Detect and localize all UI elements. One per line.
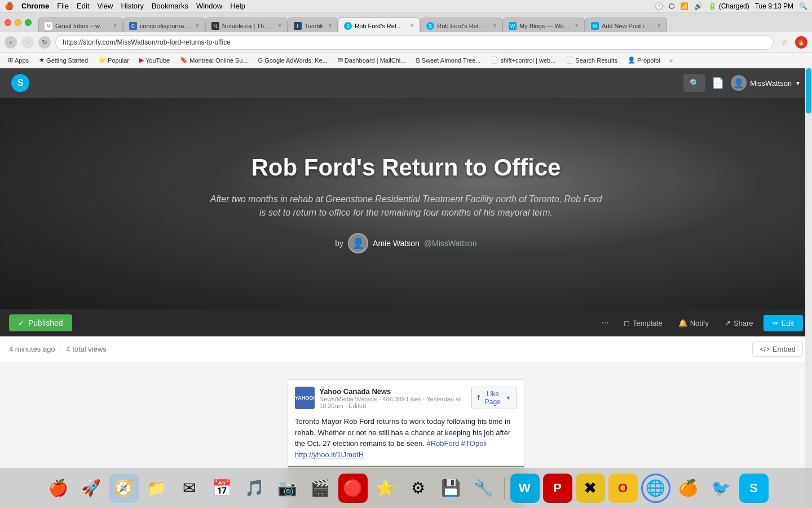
spotlight-icon[interactable]: 🔍 [799, 2, 807, 10]
browser-tab-storify-active[interactable]: S Rob Ford's Return to... × [338, 17, 420, 32]
bookmark-mailchimp[interactable]: ✉ Dashboard | MailChi... [334, 55, 409, 65]
bookmark-adwords[interactable]: G Google AdWords: Ke... [255, 56, 331, 65]
tab-close-storify1[interactable]: × [411, 23, 414, 29]
bookmark-apps[interactable]: ⊞ Apps [5, 55, 32, 65]
dock-photos[interactable]: 📷 [273, 474, 302, 503]
help-menu[interactable]: Help [230, 2, 245, 10]
like-page-button[interactable]: f Like Page ▼ [471, 387, 517, 409]
scrollbar-track[interactable] [805, 68, 812, 508]
maximize-window-button[interactable] [25, 19, 32, 26]
person-icon: 👤 [628, 56, 636, 64]
dock-music[interactable]: 🎵 [240, 474, 270, 503]
share-button[interactable]: ↗ Share [719, 316, 759, 331]
bookmark-youtube[interactable]: ▶ YouTube [136, 55, 173, 65]
bookmark-propofol[interactable]: 👤 Propofol [624, 55, 664, 65]
checkmark-icon: ✓ [18, 318, 25, 327]
browser-tab-storify2[interactable]: S Rob Ford's Return to... × [420, 17, 502, 32]
more-options-button[interactable]: ··· [597, 316, 614, 330]
traffic-lights [5, 19, 32, 26]
browser-tab-tumblr[interactable]: t Tumblr × [288, 17, 338, 32]
bookmark-sweet-almond[interactable]: B Sweet Almond Tree... [412, 56, 484, 65]
edit-menu[interactable]: Edit [77, 2, 89, 10]
tab-close-wp1[interactable]: × [575, 23, 579, 29]
story-title: Rob Ford's Return to Office [209, 154, 603, 181]
window-menu[interactable]: Window [196, 2, 222, 10]
published-button[interactable]: ✓ Published [9, 314, 72, 331]
browser-tab-concordia[interactable]: C concordiajournalism... × [123, 17, 205, 32]
dock-o-app[interactable]: O [608, 474, 638, 503]
view-menu[interactable]: View [97, 2, 113, 10]
wifi-icon: 📶 [680, 2, 689, 10]
bookmark-popular[interactable]: ⭐ Popular [95, 55, 133, 65]
dock-floppy[interactable]: 💾 [436, 474, 466, 503]
tab-close-gmail[interactable]: × [113, 23, 117, 29]
reload-button[interactable]: ↻ [38, 36, 51, 49]
bookmark-getting-started[interactable]: ★ Getting Started [36, 55, 91, 65]
browser-tab-addpost[interactable]: W Add New Post ‹ Amie... × [585, 17, 667, 32]
bookmark-icon: 🔖 [180, 56, 188, 64]
bookmark-search-results[interactable]: 📄 Search Results [562, 55, 621, 65]
dock-tools[interactable]: 🔧 [469, 474, 498, 503]
fb-hashtags[interactable]: #RobFord #TOpoli [426, 439, 487, 448]
dock-p-app[interactable]: P [543, 474, 572, 503]
dock-red-app[interactable]: 🔴 [338, 474, 368, 503]
address-input[interactable] [55, 35, 774, 50]
document-icon-button[interactable]: 📄 [712, 77, 724, 89]
embed-button[interactable]: </> Embed [752, 341, 803, 357]
notify-button[interactable]: 🔔 Notify [673, 316, 714, 331]
dock-chrome[interactable]: 🌐 [641, 474, 670, 503]
edit-button[interactable]: ✏ Edit [764, 315, 803, 331]
dock-video[interactable]: 🎬 [306, 474, 335, 503]
browser-tab-wordpress[interactable]: W My Blogs — WordPre... × [502, 17, 585, 32]
close-window-button[interactable] [5, 19, 11, 26]
more-bookmarks-button[interactable]: » [669, 57, 673, 64]
apple-menu[interactable]: 🍎 [5, 2, 14, 10]
scrollbar-thumb[interactable] [806, 68, 811, 113]
bookmark-star-button[interactable]: ☆ [778, 36, 791, 49]
dock-storify[interactable]: S [739, 474, 769, 503]
yahoo-logo: YAHOO! [295, 387, 315, 409]
user-menu[interactable]: 👤 MissWattson ▼ [731, 75, 801, 91]
address-bar-row: ‹ › ↻ ☆ 🔥 [0, 32, 812, 52]
browser-tab-notable[interactable]: N Notable.ca | The To... × [205, 17, 288, 32]
dock-launchpad[interactable]: 🚀 [77, 474, 106, 503]
template-button[interactable]: ◻ Template [618, 316, 668, 331]
dock-settings[interactable]: ⚙ [404, 474, 433, 503]
author-name: Amie Watson [373, 239, 420, 248]
dock-wordpress[interactable]: W [510, 474, 540, 503]
bookmarks-menu[interactable]: Bookmarks [152, 2, 188, 10]
dock-twitter[interactable]: 🐦 [707, 474, 736, 503]
tab-close-tumblr[interactable]: × [329, 23, 332, 29]
tab-close-storify2[interactable]: × [493, 23, 496, 29]
mac-menubar: 🍎 Chrome File Edit View History Bookmark… [0, 0, 812, 12]
dock-x-app[interactable]: ✖ [576, 474, 605, 503]
fb-article-link[interactable]: http://yhoo.it/1lJmotH [295, 450, 364, 459]
chrome-menu[interactable]: Chrome [21, 2, 49, 10]
tab-close-notable[interactable]: × [278, 23, 281, 29]
dock-calendar[interactable]: 📅 [208, 474, 237, 503]
forward-button[interactable]: › [21, 36, 34, 49]
minimize-window-button[interactable] [15, 19, 21, 26]
dock-vlc[interactable]: 🍊 [674, 474, 703, 503]
bookmark-shiftcontrol[interactable]: 📄 shift+control | web... [487, 55, 559, 65]
dock-finder[interactable]: 🍎 [44, 474, 73, 503]
search-button[interactable]: 🔍 [683, 74, 705, 92]
tab-close-wp2[interactable]: × [657, 23, 661, 29]
popular-icon: ⭐ [98, 56, 106, 64]
username-label: MissWattson [750, 79, 792, 87]
bookmarks-bar: ⊞ Apps ★ Getting Started ⭐ Popular ▶ You… [0, 52, 812, 68]
storify-logo[interactable]: S [11, 74, 29, 92]
back-button[interactable]: ‹ [5, 36, 17, 49]
dock-star-app[interactable]: ⭐ [371, 474, 400, 503]
dock-finder2[interactable]: 📁 [142, 474, 171, 503]
dock-safari[interactable]: 🧭 [109, 474, 139, 503]
dock-mail[interactable]: ✉ [175, 474, 204, 503]
file-menu[interactable]: File [57, 2, 69, 10]
browser-tab-gmail[interactable]: M Gmail Inbox – watson.amie... × [38, 17, 123, 32]
bookmark-montreal[interactable]: 🔖 Montreal Online Su... [176, 55, 251, 65]
apps-icon: ⊞ [8, 56, 13, 64]
tab-close-concordia[interactable]: × [196, 23, 199, 29]
extensions-button[interactable]: 🔥 [795, 36, 807, 49]
history-menu[interactable]: History [121, 2, 143, 10]
battery-indicator: 🔋 (Charged) [708, 2, 749, 10]
